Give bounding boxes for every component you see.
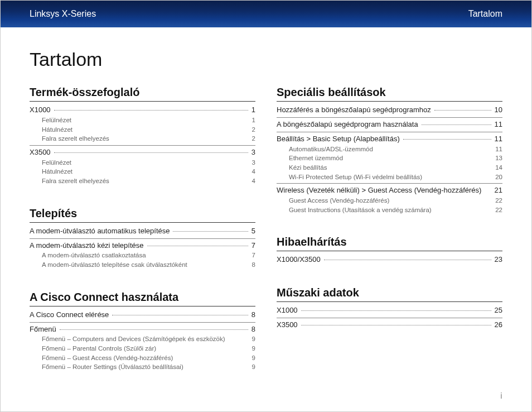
- toc-entry[interactable]: Hozzáférés a böngészőalapú segédprogramh…: [277, 105, 502, 116]
- toc-entry-page: 20: [495, 173, 502, 182]
- entry-rule: [277, 318, 502, 318]
- toc-entry-page: 9: [252, 334, 255, 344]
- toc-entry-label: Falra szerelt elhelyezés: [42, 176, 109, 186]
- toc-leader: [147, 246, 248, 246]
- toc-entry-page: 3: [252, 147, 255, 158]
- toc-entry-page: 1: [252, 116, 255, 125]
- toc-leader: [403, 139, 491, 140]
- toc-entry[interactable]: X10001: [30, 105, 255, 116]
- toc-entry-label: Wi-Fi Protected Setup (Wi-Fi védelmi beá…: [289, 173, 422, 182]
- toc-entry-page: 9: [252, 362, 255, 372]
- toc-leader: [422, 124, 491, 125]
- toc-sub-entry[interactable]: Felülnézet1: [30, 116, 255, 125]
- toc-entry[interactable]: Beállítás > Basic Setup (Alapbeállítás)1…: [277, 134, 502, 145]
- toc-entry-page: 8: [252, 260, 255, 270]
- toc-entry[interactable]: A böngészőalapú segédprogram használata1…: [277, 119, 502, 130]
- toc-sub-entry[interactable]: Falra szerelt elhelyezés4: [30, 176, 255, 186]
- toc-entry[interactable]: X100025: [277, 305, 502, 316]
- toc-sub-entry[interactable]: Főmenü – Guest Access (Vendég-hozzáférés…: [30, 353, 255, 363]
- spacer: [30, 270, 255, 285]
- toc-entry[interactable]: X35003: [30, 147, 255, 158]
- toc-entry-label: X3500: [277, 320, 298, 330]
- toc-entry-page: 1: [252, 105, 255, 116]
- toc-entry-page: 22: [495, 196, 502, 205]
- toc-leader: [324, 260, 491, 260]
- toc-entry-page: 9: [252, 353, 255, 363]
- toc-entry-label: Kézi beállítás: [289, 163, 327, 173]
- toc-entry-label: Beállítás > Basic Setup (Alapbeállítás): [277, 134, 400, 145]
- page-number: i: [500, 391, 502, 400]
- toc-sub-entry[interactable]: Falra szerelt elhelyezés2: [30, 134, 255, 143]
- toc-entry-page: 4: [252, 176, 255, 186]
- spacer: [30, 372, 255, 387]
- toc-section-heading: Műszaki adatok: [277, 286, 502, 299]
- entry-rule: [277, 117, 502, 118]
- toc-entry-page: 2: [252, 134, 255, 143]
- toc-sub-entry[interactable]: Hátulnézet2: [30, 125, 255, 135]
- toc-sub-entry[interactable]: Ethernet üzemmód13: [277, 154, 502, 163]
- toc-entry-label: Felülnézet: [42, 116, 71, 125]
- toc-entry-label: Hátulnézet: [42, 125, 72, 135]
- header-right: Tartalom: [468, 9, 502, 19]
- toc-sub-entry[interactable]: Főmenü – Computers and Devices (Számítóg…: [30, 334, 255, 344]
- toc-entry-label: X1000: [30, 105, 51, 116]
- toc-entry-label: Hozzáférés a böngészőalapú segédprogramh…: [277, 105, 431, 116]
- toc-entry-label: Főmenü – Router Settings (Útválasztó beá…: [42, 362, 183, 372]
- toc-sub-entry[interactable]: A modem-útválasztó telepítése csak útvál…: [30, 260, 255, 270]
- toc-entry-label: X1000/X3500: [277, 255, 321, 265]
- section-rule: [30, 306, 255, 306]
- toc-entry[interactable]: Wireless (Vezeték nélküli) > Guest Acces…: [277, 185, 502, 196]
- toc-entry-page: 11: [495, 145, 502, 154]
- spacer: [30, 186, 255, 202]
- toc-entry-page: 14: [495, 163, 502, 173]
- toc-entry-page: 7: [252, 241, 255, 251]
- toc-columns: Termék-összefoglalóX10001Felülnézet1Hátu…: [1, 86, 531, 387]
- toc-entry-page: 9: [252, 344, 255, 353]
- entry-rule: [277, 183, 502, 184]
- toc-entry-label: Guest Instructions (Utasítások a vendég …: [289, 205, 432, 215]
- toc-entry-label: Főmenü – Parental Controls (Szülői zár): [42, 344, 156, 353]
- toc-sub-entry[interactable]: Wi-Fi Protected Setup (Wi-Fi védelmi beá…: [277, 173, 502, 182]
- toc-entry-label: A modem-útválasztó csatlakoztatása: [42, 251, 146, 260]
- toc-sub-entry[interactable]: Hátulnézet4: [30, 167, 255, 176]
- toc-entry-label: A modem-útválasztó telepítése csak útvál…: [42, 260, 187, 270]
- toc-leader: [301, 310, 491, 311]
- toc-entry-page: 11: [495, 119, 502, 130]
- toc-entry-label: A modem-útválasztó automatikus telepítés…: [30, 226, 170, 237]
- toc-entry-page: 3: [252, 158, 255, 167]
- toc-entry-page: 7: [252, 251, 255, 260]
- toc-section-heading: Termék-összefoglaló: [30, 86, 255, 99]
- toc-entry-page: 25: [495, 305, 502, 316]
- toc-entry[interactable]: Főmenü8: [30, 324, 255, 335]
- toc-entry[interactable]: A modem-útválasztó automatikus telepítés…: [30, 226, 255, 237]
- toc-sub-entry[interactable]: A modem-útválasztó csatlakoztatása7: [30, 251, 255, 260]
- entry-rule: [30, 322, 255, 323]
- toc-entry-label: Guest Access (Vendég-hozzáférés): [289, 196, 389, 205]
- toc-entry-label: A modem-útválasztó kézi telepítése: [30, 241, 144, 251]
- toc-entry-page: 21: [495, 185, 502, 196]
- toc-entry-label: Felülnézet: [42, 158, 71, 167]
- toc-entry[interactable]: X350026: [277, 320, 502, 330]
- toc-entry-label: Főmenü – Computers and Devices (Számítóg…: [42, 334, 225, 344]
- toc-entry-page: 26: [495, 320, 502, 330]
- toc-entry-page: 13: [495, 154, 502, 163]
- toc-sub-entry[interactable]: Automatikus/ADSL-üzemmód11: [277, 145, 502, 154]
- toc-entry-page: 8: [252, 310, 255, 320]
- toc-entry[interactable]: X1000/X350023: [277, 255, 502, 265]
- toc-sub-entry[interactable]: Felülnézet3: [30, 158, 255, 167]
- toc-sub-entry[interactable]: Főmenü – Router Settings (Útválasztó beá…: [30, 362, 255, 372]
- toc-sub-entry[interactable]: Kézi beállítás14: [277, 163, 502, 173]
- section-rule: [30, 101, 255, 102]
- toc-leader: [434, 110, 491, 111]
- toc-entry-label: A Cisco Connect elérése: [30, 310, 109, 320]
- toc-entry-label: Automatikus/ADSL-üzemmód: [289, 145, 373, 154]
- spacer: [277, 265, 502, 281]
- toc-entry[interactable]: A modem-útválasztó kézi telepítése7: [30, 241, 255, 251]
- section-rule: [277, 251, 502, 251]
- toc-sub-entry[interactable]: Főmenü – Parental Controls (Szülői zár)9: [30, 344, 255, 353]
- toc-entry[interactable]: A Cisco Connect elérése8: [30, 310, 255, 320]
- section-rule: [30, 222, 255, 223]
- toc-sub-entry[interactable]: Guest Access (Vendég-hozzáférés)22: [277, 196, 502, 205]
- entry-rule: [30, 238, 255, 239]
- toc-sub-entry[interactable]: Guest Instructions (Utasítások a vendég …: [277, 205, 502, 215]
